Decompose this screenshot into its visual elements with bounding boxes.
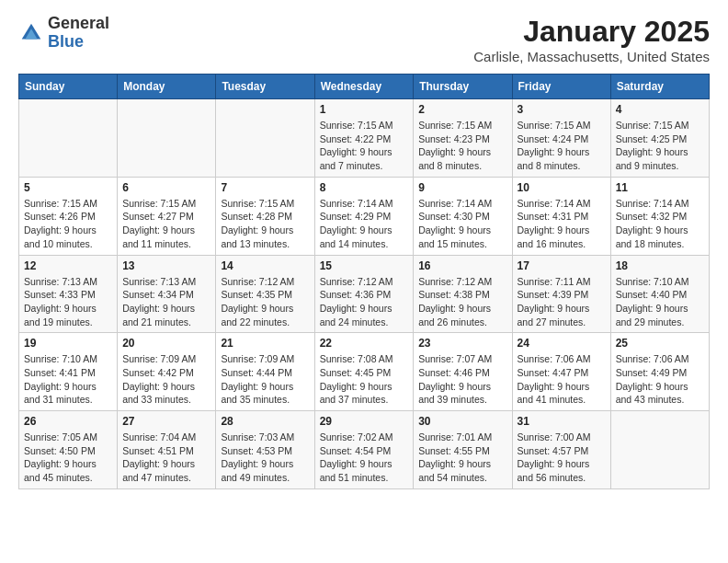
calendar-cell	[19, 99, 118, 178]
calendar-cell: 10Sunrise: 7:14 AMSunset: 4:31 PMDayligh…	[512, 177, 610, 255]
day-number: 6	[122, 181, 210, 194]
day-number: 20	[122, 337, 210, 350]
day-detail: Sunrise: 7:01 AMSunset: 4:55 PMDaylight:…	[418, 431, 506, 485]
col-monday: Monday	[118, 75, 216, 99]
calendar-cell: 26Sunrise: 7:05 AMSunset: 4:50 PMDayligh…	[19, 411, 118, 489]
calendar-cell: 27Sunrise: 7:04 AMSunset: 4:51 PMDayligh…	[118, 411, 216, 489]
day-detail: Sunrise: 7:09 AMSunset: 4:42 PMDaylight:…	[122, 352, 210, 407]
day-detail: Sunrise: 7:04 AMSunset: 4:51 PMDaylight:…	[122, 431, 210, 485]
day-number: 1	[320, 103, 409, 116]
col-friday: Friday	[512, 75, 610, 99]
day-number: 8	[320, 181, 409, 194]
col-sunday: Sunday	[19, 75, 118, 99]
day-number: 23	[418, 337, 506, 350]
day-number: 4	[616, 103, 704, 116]
calendar-week-1: 1Sunrise: 7:15 AMSunset: 4:22 PMDaylight…	[19, 99, 710, 178]
calendar-table: Sunday Monday Tuesday Wednesday Thursday…	[18, 74, 710, 489]
day-number: 10	[518, 181, 606, 194]
day-number: 15	[320, 259, 409, 272]
calendar-week-3: 12Sunrise: 7:13 AMSunset: 4:33 PMDayligh…	[19, 255, 710, 333]
location: Carlisle, Massachusetts, United States	[473, 49, 710, 64]
calendar-cell: 5Sunrise: 7:15 AMSunset: 4:26 PMDaylight…	[19, 177, 118, 255]
day-number: 11	[616, 181, 704, 194]
day-detail: Sunrise: 7:14 AMSunset: 4:32 PMDaylight:…	[616, 197, 704, 251]
calendar-cell: 11Sunrise: 7:14 AMSunset: 4:32 PMDayligh…	[610, 177, 709, 255]
calendar-cell: 15Sunrise: 7:12 AMSunset: 4:36 PMDayligh…	[314, 255, 414, 333]
day-number: 9	[418, 181, 506, 194]
day-number: 30	[418, 415, 506, 428]
calendar-cell: 14Sunrise: 7:12 AMSunset: 4:35 PMDayligh…	[216, 255, 314, 333]
calendar-cell: 28Sunrise: 7:03 AMSunset: 4:53 PMDayligh…	[216, 411, 314, 489]
day-detail: Sunrise: 7:09 AMSunset: 4:44 PMDaylight:…	[221, 352, 309, 407]
day-number: 25	[616, 337, 704, 350]
day-detail: Sunrise: 7:12 AMSunset: 4:36 PMDaylight:…	[320, 275, 409, 329]
calendar-cell: 25Sunrise: 7:06 AMSunset: 4:49 PMDayligh…	[610, 333, 709, 411]
calendar-week-2: 5Sunrise: 7:15 AMSunset: 4:26 PMDaylight…	[19, 177, 710, 255]
calendar-week-4: 19Sunrise: 7:10 AMSunset: 4:41 PMDayligh…	[19, 333, 710, 411]
day-detail: Sunrise: 7:13 AMSunset: 4:33 PMDaylight:…	[24, 275, 112, 329]
day-number: 19	[24, 337, 112, 350]
calendar-cell: 23Sunrise: 7:07 AMSunset: 4:46 PMDayligh…	[414, 333, 512, 411]
header-row: Sunday Monday Tuesday Wednesday Thursday…	[19, 75, 710, 99]
day-number: 2	[418, 103, 506, 116]
calendar-cell: 13Sunrise: 7:13 AMSunset: 4:34 PMDayligh…	[118, 255, 216, 333]
day-number: 16	[418, 259, 506, 272]
day-detail: Sunrise: 7:10 AMSunset: 4:40 PMDaylight:…	[616, 275, 704, 329]
calendar-cell: 24Sunrise: 7:06 AMSunset: 4:47 PMDayligh…	[512, 333, 610, 411]
day-detail: Sunrise: 7:14 AMSunset: 4:30 PMDaylight:…	[418, 197, 506, 251]
day-detail: Sunrise: 7:12 AMSunset: 4:38 PMDaylight:…	[418, 275, 506, 329]
logo-general: General	[48, 15, 109, 33]
day-detail: Sunrise: 7:02 AMSunset: 4:54 PMDaylight:…	[320, 431, 409, 485]
day-number: 29	[320, 415, 409, 428]
day-number: 7	[221, 181, 309, 194]
calendar-cell: 12Sunrise: 7:13 AMSunset: 4:33 PMDayligh…	[19, 255, 118, 333]
page-header: General Blue January 2025 Carlisle, Mass…	[18, 15, 710, 64]
calendar-cell: 2Sunrise: 7:15 AMSunset: 4:23 PMDaylight…	[414, 99, 512, 178]
calendar-body: 1Sunrise: 7:15 AMSunset: 4:22 PMDaylight…	[19, 99, 710, 489]
day-detail: Sunrise: 7:12 AMSunset: 4:35 PMDaylight:…	[221, 275, 309, 329]
day-detail: Sunrise: 7:10 AMSunset: 4:41 PMDaylight:…	[24, 352, 112, 407]
day-number: 24	[518, 337, 606, 350]
calendar-header: Sunday Monday Tuesday Wednesday Thursday…	[19, 75, 710, 99]
day-detail: Sunrise: 7:06 AMSunset: 4:47 PMDaylight:…	[518, 352, 606, 407]
calendar-cell: 6Sunrise: 7:15 AMSunset: 4:27 PMDaylight…	[118, 177, 216, 255]
day-detail: Sunrise: 7:03 AMSunset: 4:53 PMDaylight:…	[221, 431, 309, 485]
day-number: 13	[122, 259, 210, 272]
day-detail: Sunrise: 7:11 AMSunset: 4:39 PMDaylight:…	[518, 275, 606, 329]
day-detail: Sunrise: 7:15 AMSunset: 4:24 PMDaylight:…	[518, 119, 606, 173]
day-detail: Sunrise: 7:14 AMSunset: 4:29 PMDaylight:…	[320, 197, 409, 251]
calendar-cell: 4Sunrise: 7:15 AMSunset: 4:25 PMDaylight…	[610, 99, 709, 178]
calendar-cell: 19Sunrise: 7:10 AMSunset: 4:41 PMDayligh…	[19, 333, 118, 411]
day-number: 14	[221, 259, 309, 272]
day-detail: Sunrise: 7:15 AMSunset: 4:26 PMDaylight:…	[24, 197, 112, 251]
day-number: 21	[221, 337, 309, 350]
col-wednesday: Wednesday	[314, 75, 414, 99]
calendar-cell	[216, 99, 314, 178]
day-detail: Sunrise: 7:14 AMSunset: 4:31 PMDaylight:…	[518, 197, 606, 251]
calendar-week-5: 26Sunrise: 7:05 AMSunset: 4:50 PMDayligh…	[19, 411, 710, 489]
day-number: 27	[122, 415, 210, 428]
calendar-cell: 8Sunrise: 7:14 AMSunset: 4:29 PMDaylight…	[314, 177, 414, 255]
day-number: 18	[616, 259, 704, 272]
col-saturday: Saturday	[610, 75, 709, 99]
calendar-cell: 20Sunrise: 7:09 AMSunset: 4:42 PMDayligh…	[118, 333, 216, 411]
day-detail: Sunrise: 7:15 AMSunset: 4:22 PMDaylight:…	[320, 119, 409, 173]
title-block: January 2025 Carlisle, Massachusetts, Un…	[473, 15, 710, 64]
day-detail: Sunrise: 7:06 AMSunset: 4:49 PMDaylight:…	[616, 352, 704, 407]
day-number: 5	[24, 181, 112, 194]
calendar-cell	[118, 99, 216, 178]
calendar-cell: 22Sunrise: 7:08 AMSunset: 4:45 PMDayligh…	[314, 333, 414, 411]
calendar-cell: 31Sunrise: 7:00 AMSunset: 4:57 PMDayligh…	[512, 411, 610, 489]
day-detail: Sunrise: 7:07 AMSunset: 4:46 PMDaylight:…	[418, 352, 506, 407]
col-thursday: Thursday	[414, 75, 512, 99]
logo-text: General Blue	[48, 15, 109, 52]
day-number: 3	[518, 103, 606, 116]
calendar-cell: 21Sunrise: 7:09 AMSunset: 4:44 PMDayligh…	[216, 333, 314, 411]
calendar-cell	[610, 411, 709, 489]
logo-icon	[18, 20, 44, 46]
calendar-cell: 3Sunrise: 7:15 AMSunset: 4:24 PMDaylight…	[512, 99, 610, 178]
day-number: 31	[518, 415, 606, 428]
calendar-cell: 7Sunrise: 7:15 AMSunset: 4:28 PMDaylight…	[216, 177, 314, 255]
col-tuesday: Tuesday	[216, 75, 314, 99]
day-detail: Sunrise: 7:15 AMSunset: 4:27 PMDaylight:…	[122, 197, 210, 251]
